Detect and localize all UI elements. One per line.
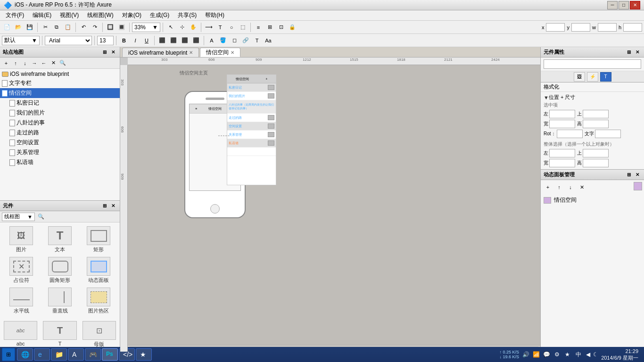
text-input[interactable] xyxy=(595,130,621,138)
tree-item-4[interactable]: 我们的照片 xyxy=(0,108,120,118)
widget-abc[interactable]: abc abc xyxy=(3,320,38,349)
dyn-up-btn[interactable]: ↑ xyxy=(554,182,564,192)
copy-button[interactable]: ⧉ xyxy=(51,22,62,33)
sitemap-outdent-btn[interactable]: ← xyxy=(40,59,48,67)
tray-settings-icon[interactable]: ⚙ xyxy=(553,351,561,358)
tree-item-0[interactable]: iOS wireframe blueprint xyxy=(0,70,120,78)
menu-object[interactable]: 对象(O) xyxy=(118,10,145,20)
group-btn[interactable]: ⊡ xyxy=(276,22,286,33)
taskbar-game[interactable]: 🎮 xyxy=(85,348,101,361)
dyn-item-0[interactable]: 情侣空间 xyxy=(541,194,644,206)
tray-msg-icon[interactable]: 💬 xyxy=(543,351,550,358)
widget-search-btn[interactable]: 🔍 xyxy=(37,213,45,221)
distribute-btn[interactable]: ⊞ xyxy=(264,22,275,33)
menu-file[interactable]: 文件(F) xyxy=(2,10,28,20)
tree-item-1[interactable]: 文字专栏 xyxy=(0,78,120,88)
group-width-input[interactable] xyxy=(549,159,575,167)
sitemap-search-btn[interactable]: 🔍 xyxy=(58,59,67,67)
shape-tool[interactable]: ○ xyxy=(226,22,237,33)
misc-btn-1[interactable]: 🔲 xyxy=(105,22,116,33)
open-button[interactable]: 📂 xyxy=(13,22,24,33)
tab-0[interactable]: iOS wireframe blueprint ✕ xyxy=(122,48,199,57)
redo-button[interactable]: ↷ xyxy=(90,22,100,33)
tray-star-icon[interactable]: ★ xyxy=(563,351,571,358)
widget-placeholder[interactable]: ✕ 占位符 xyxy=(3,256,40,285)
cut-button[interactable]: ✂ xyxy=(40,22,50,33)
font-select[interactable]: Arial xyxy=(45,36,92,45)
align-center-btn[interactable]: ⬛ xyxy=(168,35,179,46)
widget-text[interactable]: T 文本 xyxy=(41,225,78,254)
sitemap-indent-btn[interactable]: → xyxy=(30,59,39,67)
tree-item-6[interactable]: 走过的路 xyxy=(0,128,120,138)
widget-hotspot[interactable]: 图片热区 xyxy=(80,287,117,315)
widget-master[interactable]: ⊡ 母版 xyxy=(82,320,117,349)
tray-speaker-icon[interactable]: 🔊 xyxy=(522,351,529,358)
minimize-button[interactable]: ─ xyxy=(607,1,618,9)
tray-network-icon[interactable]: 📶 xyxy=(532,351,540,358)
left-input[interactable] xyxy=(549,110,575,118)
link-btn[interactable]: 🔗 xyxy=(240,35,251,46)
tree-item-2[interactable]: 情侣空间 xyxy=(0,88,120,98)
menu-share[interactable]: 共享(S) xyxy=(174,10,200,20)
prop-expand-icon[interactable]: ⊞ xyxy=(625,49,633,56)
bold-button[interactable]: B xyxy=(119,35,129,46)
sitemap-up-btn[interactable]: ↑ xyxy=(11,59,20,67)
dyn-add-btn[interactable]: + xyxy=(543,182,553,192)
tree-item-3[interactable]: 私密日记 xyxy=(0,98,120,108)
taskbar-ie[interactable]: e xyxy=(34,348,50,361)
prop-tab-interaction[interactable]: ⚡ xyxy=(587,72,598,82)
connector-tool[interactable]: ⟶ xyxy=(204,22,214,33)
dyn-delete-btn[interactable]: ✕ xyxy=(577,182,587,192)
align-right-btn[interactable]: ⬛ xyxy=(180,35,190,46)
sitemap-add-btn[interactable]: + xyxy=(2,59,10,67)
align-justify-btn[interactable]: ⬛ xyxy=(191,35,201,46)
phone-home-button[interactable] xyxy=(210,204,220,214)
tree-item-5[interactable]: 八卦过的事 xyxy=(0,118,120,128)
widget-rect[interactable]: 矩形 xyxy=(80,225,117,254)
taskbar-photoshop[interactable]: Ps xyxy=(102,348,118,361)
widget-dynamic-panel[interactable]: 动态面板 xyxy=(80,256,117,285)
paste-button[interactable]: 📋 xyxy=(63,22,73,33)
tab-close-1[interactable]: ✕ xyxy=(231,50,234,55)
prop-tab-format[interactable]: T xyxy=(600,72,611,82)
italic-button[interactable]: I xyxy=(130,35,140,46)
label-input[interactable] xyxy=(544,59,641,69)
tree-item-9[interactable]: 私语墙 xyxy=(0,157,120,167)
maximize-button[interactable]: □ xyxy=(619,1,629,9)
align-left-btn[interactable]: ⬛ xyxy=(157,35,167,46)
underline-button[interactable]: U xyxy=(141,35,152,46)
height-input[interactable] xyxy=(583,120,609,128)
new-button[interactable]: 📄 xyxy=(2,22,12,33)
pointer-tool[interactable]: ↖ xyxy=(165,22,176,33)
menu-wireframe[interactable]: 线框图(W) xyxy=(83,10,117,20)
style-select[interactable]: 默认 ▼ xyxy=(2,36,40,45)
tab-1[interactable]: 情侣空间 ✕ xyxy=(200,48,240,57)
text-tool[interactable]: T xyxy=(215,22,225,33)
font-style-btn[interactable]: T xyxy=(252,35,262,46)
fill-btn[interactable]: 🪣 xyxy=(218,35,228,46)
tree-item-7[interactable]: 空间设置 xyxy=(0,138,120,148)
dyn-expand-icon[interactable]: ⊞ xyxy=(625,171,633,179)
start-button[interactable]: ⊞ xyxy=(2,348,15,361)
menu-view[interactable]: 视图(V) xyxy=(56,10,83,20)
align-btn[interactable]: ≡ xyxy=(253,22,264,33)
widget-image[interactable]: 🖼 图片 xyxy=(3,225,40,254)
taskbar-explorer[interactable]: 📁 xyxy=(51,348,67,361)
widget-close-icon[interactable]: ✕ xyxy=(109,202,117,210)
taskbar-chrome[interactable]: 🌐 xyxy=(17,348,33,361)
widget-round-rect[interactable]: 圆角矩形 xyxy=(41,256,78,285)
group-top-input[interactable] xyxy=(583,149,609,157)
top-input[interactable] xyxy=(583,110,609,118)
zoom-input[interactable]: 33% ▼ xyxy=(132,23,160,32)
menu-edit[interactable]: 编辑(E) xyxy=(29,10,55,20)
group-height-input[interactable] xyxy=(583,159,609,167)
group-left-input[interactable] xyxy=(549,149,575,157)
sitemap-delete-btn[interactable]: ✕ xyxy=(49,59,58,67)
rotation-input[interactable] xyxy=(557,130,583,138)
widget-hline[interactable]: 水平线 xyxy=(3,287,40,315)
text-case-btn[interactable]: Aa xyxy=(263,35,273,46)
font-size-input[interactable] xyxy=(97,36,114,45)
color-btn[interactable]: A xyxy=(206,35,217,46)
sitemap-settings-icon[interactable]: ✕ xyxy=(109,49,117,56)
dyn-down-btn[interactable]: ↓ xyxy=(565,182,576,192)
